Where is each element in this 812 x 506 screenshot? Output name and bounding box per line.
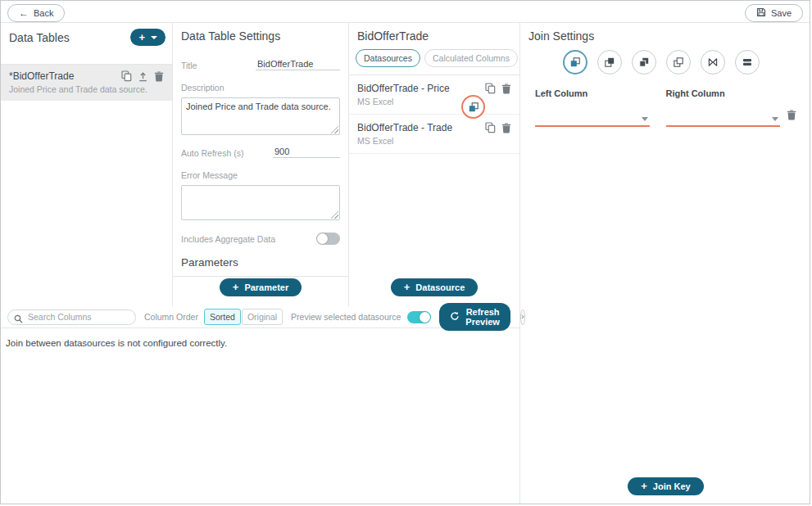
error-message-field[interactable]: [181, 185, 340, 220]
top-toolbar: ← Back Save: [1, 1, 810, 23]
search-columns-input[interactable]: [7, 309, 136, 325]
full-outer-join-icon[interactable]: [632, 50, 656, 75]
column-order-segment: Sorted Original: [204, 309, 283, 325]
add-datasource-button[interactable]: + Datasource: [391, 278, 479, 296]
chevron-right-icon: ›: [521, 312, 524, 321]
tab-calculated-columns[interactable]: Calculated Columns: [424, 49, 518, 67]
save-button[interactable]: Save: [745, 4, 803, 22]
parameters-divider: [173, 276, 348, 277]
export-data-table-button[interactable]: [138, 71, 148, 82]
left-join-icon: [467, 101, 480, 114]
search-icon: [14, 312, 23, 327]
description-field[interactable]: Joined Price and Trade data source.: [181, 97, 340, 135]
right-column-label: Right Column: [666, 88, 781, 98]
refresh-preview-label: Refresh Preview: [465, 307, 500, 327]
data-tables-panel: Data Tables + *BidOfferTrade: [1, 23, 173, 306]
parameters-heading: Parameters: [181, 256, 340, 276]
plus-icon: +: [138, 34, 145, 42]
datasource-name: BidOfferTrade - Price: [357, 83, 485, 94]
datasources-panel-heading: BidOfferTrade: [349, 23, 519, 47]
save-icon: [756, 7, 766, 19]
data-table-list-item[interactable]: *BidOfferTrade Joined Price and Trade da…: [1, 65, 172, 101]
add-join-key-label: Join Key: [653, 481, 691, 491]
add-datasource-label: Datasource: [415, 282, 465, 292]
preview-section: Column Order Sorted Original Preview sel…: [1, 306, 519, 504]
datasources-tab-bar: Datasources Calculated Columns Debug: [349, 47, 519, 75]
back-arrow-icon: ←: [19, 7, 29, 19]
left-column-dropdown[interactable]: [535, 111, 650, 127]
join-settings-panel: Join Settings Left Column: [519, 23, 810, 504]
join-settings-heading: Join Settings: [520, 23, 810, 47]
delete-join-key-button[interactable]: [787, 110, 796, 120]
datasource-row-trade[interactable]: BidOfferTrade - Trade MS Excel: [349, 115, 519, 154]
aggregate-data-toggle[interactable]: [316, 233, 340, 245]
title-label: Title: [181, 61, 197, 70]
duplicate-data-table-button[interactable]: [121, 70, 132, 82]
back-button-label: Back: [34, 8, 53, 18]
add-data-table-button[interactable]: +: [130, 29, 166, 46]
column-order-sorted-button[interactable]: Sorted: [204, 309, 241, 325]
datasource-type: MS Excel: [357, 97, 511, 106]
expand-preview-button[interactable]: ›: [520, 309, 525, 325]
delete-datasource-button[interactable]: [501, 84, 511, 94]
join-indicator-button[interactable]: [461, 95, 485, 119]
right-join-icon[interactable]: [597, 50, 622, 75]
preview-status-message: Join between datasources is not configur…: [1, 328, 519, 358]
chevron-down-icon: [772, 117, 778, 121]
data-table-settings-panel: Data Table Settings Title Description Jo…: [173, 23, 349, 306]
refresh-icon: [450, 311, 460, 323]
plus-icon: +: [641, 482, 647, 490]
add-join-key-button[interactable]: + Join Key: [628, 477, 703, 495]
auto-refresh-label: Auto Refresh (s): [181, 148, 243, 158]
data-table-item-description: Joined Price and Trade data source.: [9, 84, 164, 94]
datasources-panel: BidOfferTrade Datasources Calculated Col…: [349, 23, 519, 306]
right-column-dropdown[interactable]: [666, 111, 781, 127]
description-label: Description: [181, 83, 225, 93]
auto-refresh-field[interactable]: [273, 146, 340, 158]
datasource-type: MS Excel: [357, 136, 511, 146]
data-tables-header: Data Tables +: [1, 23, 172, 65]
title-field[interactable]: [256, 58, 340, 70]
chevron-down-icon: [642, 117, 648, 121]
union-icon[interactable]: [735, 50, 760, 75]
error-message-label: Error Message: [181, 170, 238, 180]
inner-join-icon[interactable]: [666, 50, 691, 75]
column-order-original-button[interactable]: Original: [242, 309, 283, 325]
join-type-selector: [563, 50, 810, 75]
data-table-editor-window: ← Back Save Data Tables + *BidOfferTrade: [0, 0, 810, 504]
preview-datasource-toggle[interactable]: [407, 311, 431, 323]
duplicate-datasource-button[interactable]: [485, 83, 496, 94]
data-table-settings-heading: Data Table Settings: [173, 23, 348, 47]
refresh-preview-button[interactable]: Refresh Preview: [439, 303, 510, 331]
plus-icon: +: [404, 283, 411, 291]
join-key-row: Left Column Right Column: [520, 88, 810, 127]
duplicate-datasource-button[interactable]: [485, 122, 496, 133]
add-parameter-button[interactable]: + Parameter: [220, 278, 302, 296]
datasource-row-price[interactable]: BidOfferTrade - Price MS Excel: [349, 75, 519, 115]
tab-datasources[interactable]: Datasources: [356, 49, 420, 67]
datasource-name: BidOfferTrade - Trade: [357, 122, 485, 133]
left-join-icon[interactable]: [563, 50, 587, 75]
save-button-label: Save: [771, 8, 792, 18]
back-button[interactable]: ← Back: [7, 4, 65, 22]
column-order-label: Column Order: [144, 312, 198, 322]
preview-toggle-label: Preview selected datasource: [291, 312, 401, 322]
data-table-item-title: *BidOfferTrade: [9, 70, 121, 82]
plus-icon: +: [233, 283, 239, 291]
preview-toolbar: Column Order Sorted Original Preview sel…: [1, 306, 519, 328]
delete-datasource-button[interactable]: [501, 123, 511, 133]
cross-join-icon[interactable]: [701, 50, 725, 75]
delete-data-table-button[interactable]: [154, 71, 164, 82]
chevron-down-icon: [151, 36, 157, 39]
aggregate-data-label: Includes Aggregate Data: [181, 234, 275, 244]
left-column-label: Left Column: [535, 88, 650, 98]
add-parameter-label: Parameter: [244, 282, 288, 292]
